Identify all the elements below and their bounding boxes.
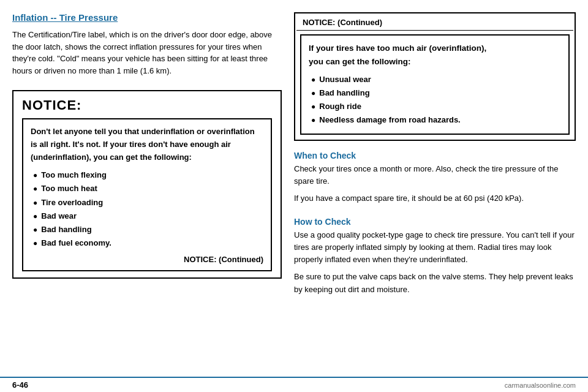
list-item: Bad handling [33, 223, 263, 236]
notice-inner-box: Don't let anyone tell you that underinfl… [22, 118, 272, 271]
overinflation-bullet-list: Unusual wearBad handlingRough rideNeedle… [309, 73, 561, 127]
notice-right-inner-box: If your tires have too much air (overinf… [300, 34, 570, 135]
notice-inner-text: Don't let anyone tell you that underinfl… [31, 126, 263, 164]
notice-right-header: NOTICE: (Continued) [296, 15, 573, 31]
list-item: Too much heat [33, 182, 263, 195]
list-item: Unusual wear [311, 73, 561, 86]
when-to-check-title: When to Check [294, 151, 576, 160]
overinflation-line1: If your tires have too much air (overinf… [309, 43, 486, 53]
how-text-1: Use a good quality pocket-type gage to c… [294, 229, 576, 266]
list-item: Bad handling [311, 86, 561, 100]
notice-outer-box: NOTICE: Don't let anyone tell you that u… [12, 90, 282, 279]
section-title-inflation: Inflation -- Tire Pressure [12, 12, 282, 23]
intro-paragraph: The Certification/Tire label, which is o… [12, 29, 282, 77]
page-container: Inflation -- Tire Pressure The Certifica… [0, 0, 588, 392]
notice-right-outer-box: NOTICE: (Continued) If your tires have t… [294, 12, 576, 141]
list-item: Tire overloading [33, 196, 263, 209]
right-column: NOTICE: (Continued) If your tires have t… [294, 12, 576, 386]
list-item: Rough ride [311, 100, 561, 113]
how-to-check-section: How to Check Use a good quality pocket-t… [294, 217, 576, 301]
when-text-1: Check your tires once a month or more. A… [294, 163, 576, 187]
list-item: Bad wear [33, 209, 263, 223]
when-text-2: If you have a compact spare tire, it sho… [294, 192, 576, 205]
overinflation-intro: If your tires have too much air (overinf… [309, 42, 561, 68]
underinflation-bullet-list: Too much flexingToo much heatTire overlo… [31, 168, 263, 250]
notice-outer-title: NOTICE: [22, 97, 272, 113]
how-to-check-title: How to Check [294, 217, 576, 227]
inflation-title: Inflation -- Tire Pressure [12, 12, 118, 23]
overinflation-line2: you can get the following: [309, 57, 411, 66]
how-text-2: Be sure to put the valve caps back on th… [294, 271, 576, 295]
left-column: Inflation -- Tire Pressure The Certifica… [12, 12, 282, 386]
notice-continued-label: NOTICE: (Continued) [31, 255, 263, 264]
list-item: Needless damage from road hazards. [311, 113, 561, 127]
page-footer: 6-46 carmanualsoonline.com [0, 377, 588, 392]
page-number: 6-46 [12, 380, 28, 390]
list-item: Bad fuel economy. [33, 236, 263, 250]
list-item: Too much flexing [33, 168, 263, 182]
when-to-check-section: When to Check Check your tires once a mo… [294, 151, 576, 209]
watermark: carmanualsoonline.com [505, 382, 576, 389]
